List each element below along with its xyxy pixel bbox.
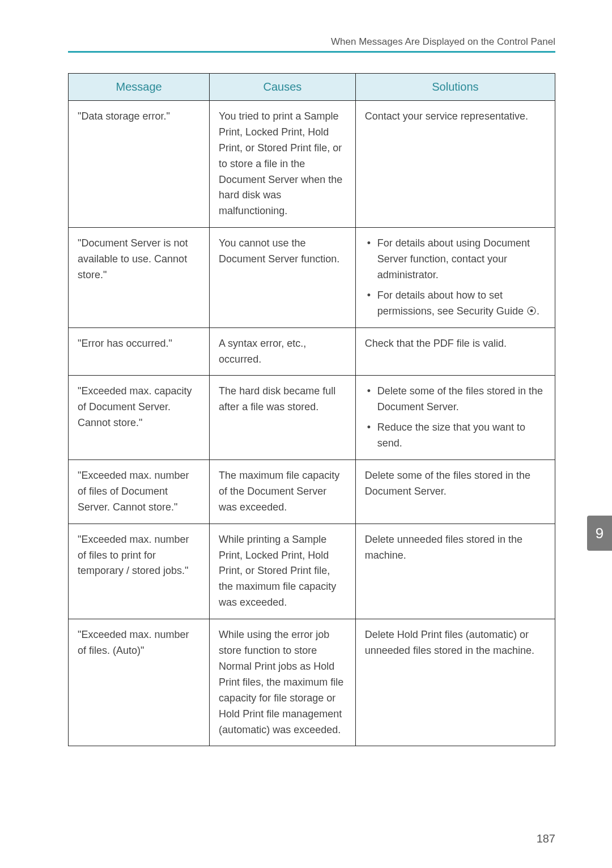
cell-solutions: Delete unneeded files stored in the mach…	[355, 524, 555, 619]
cell-message: "Exceeded max. number of files of Docume…	[69, 460, 210, 524]
list-item: Delete some of the files stored in the D…	[365, 384, 546, 415]
list-item: For details about how to set permissions…	[365, 288, 546, 320]
cell-solutions: Delete some of the files stored in the D…	[355, 376, 555, 460]
troubleshooting-table: Message Causes Solutions "Data storage e…	[68, 73, 555, 746]
table-row: "Exceeded max. number of files of Docume…	[69, 460, 555, 524]
col-header-causes: Causes	[210, 74, 356, 101]
cell-causes: A syntax error, etc., occurred.	[210, 327, 356, 376]
solutions-list: For details about using Document Server …	[365, 236, 546, 319]
col-header-message: Message	[69, 74, 210, 101]
page-number: 187	[537, 832, 555, 845]
cell-solutions: Check that the PDF file is valid.	[355, 327, 555, 376]
col-header-solutions: Solutions	[355, 74, 555, 101]
cell-solutions: Delete Hold Print files (automatic) or u…	[355, 619, 555, 746]
table-row: "Data storage error." You tried to print…	[69, 101, 555, 228]
list-item: Reduce the size that you want to send.	[365, 420, 546, 452]
section-tab: 9	[587, 516, 612, 551]
table-row: "Exceeded max. capacity of Document Serv…	[69, 376, 555, 460]
cell-message: "Document Server is not available to use…	[69, 228, 210, 327]
list-item-text: For details about how to set permissions…	[377, 290, 539, 317]
cell-causes: While printing a Sample Print, Locked Pr…	[210, 524, 356, 619]
running-title: When Messages Are Displayed on the Contr…	[68, 36, 555, 51]
header-rule	[68, 51, 555, 53]
cell-message: "Exceeded max. number of files. (Auto)"	[69, 619, 210, 746]
table-row: "Exceeded max. number of files to print …	[69, 524, 555, 619]
cell-causes: You cannot use the Document Server funct…	[210, 228, 356, 327]
cell-causes: You tried to print a Sample Print, Locke…	[210, 101, 356, 228]
cell-solutions: Delete some of the files stored in the D…	[355, 460, 555, 524]
table-row: "Document Server is not available to use…	[69, 228, 555, 327]
solutions-list: Delete some of the files stored in the D…	[365, 384, 546, 452]
table-row: "Error has occurred." A syntax error, et…	[69, 327, 555, 376]
cell-causes: While using the error job store function…	[210, 619, 356, 746]
page-header: When Messages Are Displayed on the Contr…	[68, 36, 555, 53]
cell-causes: The hard disk became full after a file w…	[210, 376, 356, 460]
table-row: "Exceeded max. number of files. (Auto)" …	[69, 619, 555, 746]
cell-solutions: For details about using Document Server …	[355, 228, 555, 327]
cell-message: "Data storage error."	[69, 101, 210, 228]
cell-message: "Exceeded max. number of files to print …	[69, 524, 210, 619]
list-item: For details about using Document Server …	[365, 236, 546, 283]
cell-message: "Error has occurred."	[69, 327, 210, 376]
cell-message: "Exceeded max. capacity of Document Serv…	[69, 376, 210, 460]
cell-solutions: Contact your service representative.	[355, 101, 555, 228]
cell-causes: The maximum file capacity of the Documen…	[210, 460, 356, 524]
